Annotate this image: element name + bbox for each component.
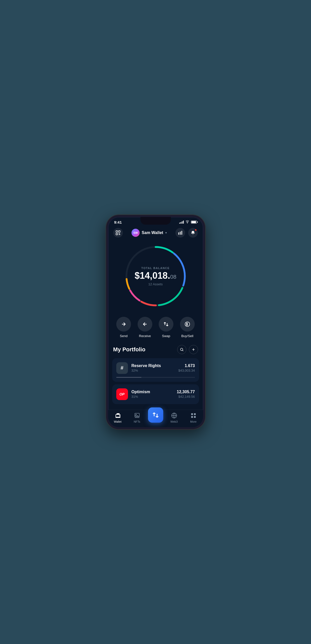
search-button[interactable] — [177, 345, 186, 354]
nfts-icon — [134, 412, 141, 419]
svg-rect-18 — [191, 413, 193, 415]
portfolio-title: My Portfolio — [113, 346, 145, 353]
asset-name-op: Optimism — [132, 390, 173, 394]
wallet-icon — [114, 412, 121, 419]
more-nav-label: More — [190, 420, 197, 423]
action-buttons: Send Receive Swap — [108, 314, 203, 343]
swap-button[interactable] — [159, 317, 173, 332]
asset-bar-rsr — [116, 377, 195, 378]
account-selector[interactable]: SW Sam Wallet ▾ — [132, 229, 167, 237]
asset-card-rsr[interactable]: # Reserve Rights 32% 1.673 $43,003.34 — [112, 358, 199, 382]
svg-rect-4 — [180, 232, 181, 235]
header-right-actions — [175, 228, 198, 238]
nfts-nav-label: NFTs — [134, 420, 140, 423]
asset-row-op: OP Optimism 31% 12,305.77 $42,149.56 — [116, 388, 195, 400]
balance-info: TOTAL BALANCE $14,018.08 12 Assets — [133, 266, 178, 286]
chevron-down-icon: ▾ — [165, 231, 167, 235]
phone-frame: 9:41 — [106, 215, 205, 429]
svg-point-16 — [136, 414, 137, 415]
add-asset-button[interactable] — [189, 345, 198, 354]
nav-item-web3[interactable]: Web3 — [165, 412, 184, 423]
asset-amount-op: 12,305.77 — [177, 390, 195, 394]
receive-label: Receive — [139, 334, 151, 338]
portfolio-header: My Portfolio — [112, 343, 199, 358]
asset-usd-rsr: $43,003.34 — [178, 369, 195, 372]
asset-pct-rsr: 32% — [132, 369, 175, 372]
buysell-label: Buy/Sell — [181, 334, 193, 338]
balance-ring: TOTAL BALANCE $14,018.08 12 Assets — [123, 243, 189, 309]
asset-card-op[interactable]: OP Optimism 31% 12,305.77 $42,149.56 — [112, 384, 199, 404]
account-name: Sam Wallet — [142, 230, 163, 235]
svg-rect-20 — [191, 416, 193, 418]
asset-icon-op: OP — [116, 388, 128, 400]
buysell-action[interactable]: Buy/Sell — [180, 317, 195, 338]
svg-point-14 — [180, 348, 183, 350]
send-label: Send — [120, 334, 127, 338]
svg-rect-0 — [116, 230, 117, 232]
bottom-nav: Wallet NFTs — [108, 410, 203, 427]
web3-icon — [171, 412, 178, 419]
send-action[interactable]: Send — [116, 317, 131, 338]
svg-rect-19 — [194, 413, 196, 415]
svg-rect-2 — [116, 233, 117, 235]
signal-bars-icon — [179, 221, 184, 224]
portfolio-section: My Portfolio # — [108, 343, 203, 410]
asset-pct-op: 31% — [132, 395, 173, 399]
portfolio-actions — [177, 345, 198, 354]
stats-button[interactable] — [175, 228, 185, 238]
send-button[interactable] — [116, 317, 131, 332]
more-icon — [190, 412, 197, 419]
status-icons — [179, 220, 197, 224]
notch — [140, 217, 171, 225]
balance-amount: $14,018.08 — [133, 271, 178, 280]
swap-label: Swap — [162, 334, 170, 338]
balance-label: TOTAL BALANCE — [133, 266, 178, 269]
asset-icon-rsr: # — [116, 362, 128, 374]
buysell-button[interactable] — [180, 317, 195, 332]
nav-item-center[interactable] — [147, 412, 165, 423]
swap-action[interactable]: Swap — [159, 317, 173, 338]
svg-rect-5 — [182, 231, 182, 235]
asset-values-op: 12,305.77 $42,149.56 — [177, 390, 195, 399]
asset-row-rsr: # Reserve Rights 32% 1.673 $43,003.34 — [116, 362, 195, 374]
balance-cents: 08 — [170, 273, 176, 280]
asset-values-rsr: 1.673 $43,003.34 — [178, 364, 195, 372]
status-time: 9:41 — [114, 220, 122, 224]
notifications-button[interactable] — [188, 228, 198, 238]
notification-badge — [195, 229, 197, 231]
wallet-nav-label: Wallet — [114, 420, 121, 423]
scan-button[interactable] — [113, 228, 123, 238]
nav-item-nfts[interactable]: NFTs — [127, 412, 147, 423]
asset-name-rsr: Reserve Rights — [132, 364, 175, 368]
asset-info-op: Optimism 31% — [132, 390, 173, 399]
balance-assets: 12 Assets — [133, 282, 178, 286]
asset-info-rsr: Reserve Rights 32% — [132, 364, 175, 372]
app-header: SW Sam Wallet ▾ — [108, 226, 203, 241]
balance-section: TOTAL BALANCE $14,018.08 12 Assets — [108, 241, 203, 314]
wifi-icon — [185, 220, 189, 224]
avatar: SW — [132, 229, 140, 237]
nav-item-more[interactable]: More — [184, 412, 203, 423]
svg-rect-3 — [178, 232, 179, 235]
web3-nav-label: Web3 — [170, 420, 178, 423]
receive-button[interactable] — [138, 317, 152, 332]
nav-items: Wallet NFTs — [108, 412, 203, 423]
svg-rect-1 — [118, 230, 120, 232]
svg-rect-21 — [194, 416, 196, 418]
battery-icon — [191, 221, 197, 224]
nav-item-wallet[interactable]: Wallet — [108, 412, 127, 423]
center-action-button[interactable] — [148, 407, 163, 423]
asset-usd-op: $42,149.56 — [177, 395, 195, 399]
receive-action[interactable]: Receive — [138, 317, 152, 338]
asset-amount-rsr: 1.673 — [178, 364, 195, 368]
